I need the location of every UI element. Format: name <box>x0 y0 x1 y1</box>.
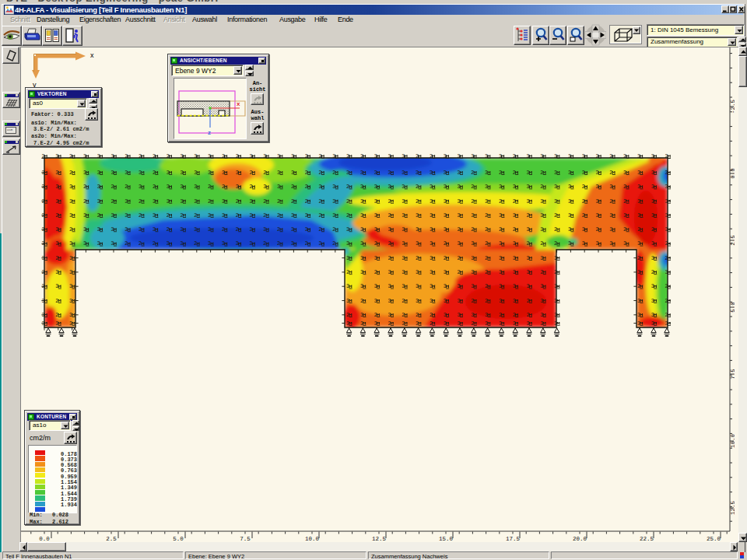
svg-text:22.5: 22.5 <box>640 536 654 542</box>
svg-text:10.0: 10.0 <box>305 536 320 542</box>
svg-text:2.5: 2.5 <box>730 235 735 246</box>
svg-text:5.0: 5.0 <box>173 536 184 542</box>
svg-text:15.0: 15.0 <box>439 536 454 542</box>
svg-text:z: z <box>208 129 211 136</box>
svg-text:0.0: 0.0 <box>730 168 735 179</box>
svg-text:17.5: 17.5 <box>506 536 521 542</box>
svg-text:2.5: 2.5 <box>106 536 117 542</box>
svg-text:7.5: 7.5 <box>240 536 251 542</box>
svg-text:7.5: 7.5 <box>730 369 735 380</box>
svg-text:x: x <box>237 100 240 107</box>
svg-text:20.0: 20.0 <box>573 536 587 542</box>
svg-text:-2.5: -2.5 <box>730 100 735 114</box>
svg-text:10.0: 10.0 <box>730 434 735 449</box>
svg-text:12.5: 12.5 <box>730 501 735 516</box>
svg-text:25.0: 25.0 <box>707 536 721 542</box>
svg-text:0.0: 0.0 <box>39 536 50 542</box>
svg-text:12.5: 12.5 <box>372 536 387 542</box>
svg-text:5.0: 5.0 <box>730 302 735 313</box>
